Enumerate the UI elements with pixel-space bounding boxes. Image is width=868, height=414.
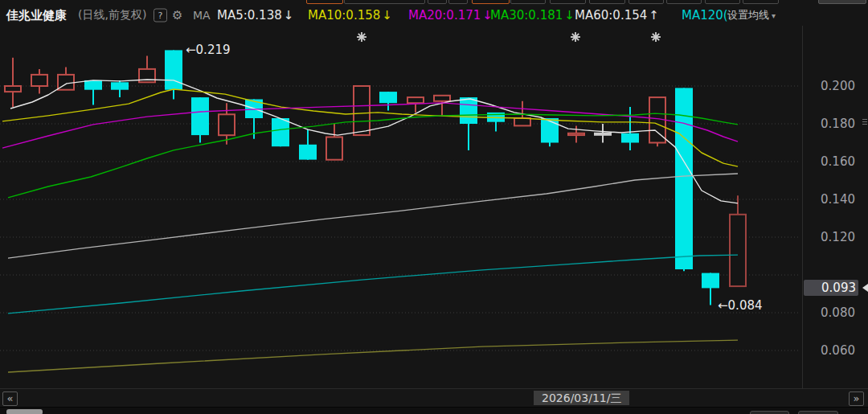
chevron-down-icon: ▾: [772, 11, 776, 20]
stock-title: 佳兆业健康: [6, 7, 67, 23]
axis-pointer-icon: [862, 284, 868, 292]
ma-legend-item-MA20: MA20:0.171↓: [408, 8, 493, 23]
price-axis-label: 0.120: [804, 230, 855, 244]
ma-line-MA60: [8, 174, 738, 258]
timeline-bar: « 2026/03/11/三 »: [0, 388, 868, 407]
price-axis-label: 0.140: [804, 192, 855, 207]
price-axis-label: 0.060: [804, 343, 855, 358]
price-axis-label: 0.160: [804, 154, 855, 169]
ma-line-MA30: [8, 113, 738, 198]
price-annotation: ←0.084: [718, 298, 763, 313]
ma-legend-item-MA10: MA10:0.158↓: [308, 8, 392, 23]
price-annotation: ←0.219: [186, 43, 231, 57]
price-axis-label: 0.180: [804, 117, 855, 131]
scrollbar-thumb[interactable]: [6, 409, 43, 414]
gear-icon[interactable]: ⚙: [172, 8, 182, 23]
bottom-strip: [0, 407, 868, 414]
cutoff-button[interactable]: [750, 411, 789, 414]
chart-header: 佳兆业健康 (日线,前复权) ? ⚙ MA MA5:0.138↓MA10:0.1…: [0, 4, 868, 26]
chart-region: ←0.219←0.084 0.2000.1800.1600.1400.1200.…: [0, 26, 868, 388]
scroll-right-button[interactable]: »: [849, 391, 864, 406]
stock-app-window: { "header": { "title": "佳兆业健康", "subtitl…: [0, 0, 868, 414]
ma-line-MA-long: [8, 340, 738, 372]
ma-settings-button[interactable]: 设置均线▾: [727, 8, 776, 23]
last-price-badge: 0.093: [804, 280, 858, 296]
ma-legend-item-MA30: MA30:0.181↓: [490, 8, 575, 23]
axis-drag-handle[interactable]: [862, 119, 867, 126]
cutoff-button[interactable]: [798, 411, 838, 414]
ma-line-MA120: [8, 255, 738, 314]
ma-legend-item-MA60: MA60:0.154↑: [575, 8, 659, 23]
price-axis-label: 0.200: [804, 79, 855, 93]
ma-legend-item-MA5: MA5:0.138↓: [217, 8, 293, 23]
period-adjust-label: (日线,前复权): [78, 8, 146, 23]
ma-group-label: MA: [193, 9, 211, 22]
candlestick-chart[interactable]: ←0.219←0.084: [0, 26, 802, 388]
date-label: 2026/03/11/三: [534, 391, 629, 405]
ma-settings-label: 设置均线: [727, 9, 769, 21]
help-button[interactable]: ?: [154, 8, 167, 22]
price-axis-label: 0.080: [804, 305, 855, 320]
axis-divider: [802, 26, 803, 388]
ma-legend-item-MA120: MA120(: [682, 8, 728, 23]
scroll-left-button[interactable]: «: [2, 391, 18, 406]
